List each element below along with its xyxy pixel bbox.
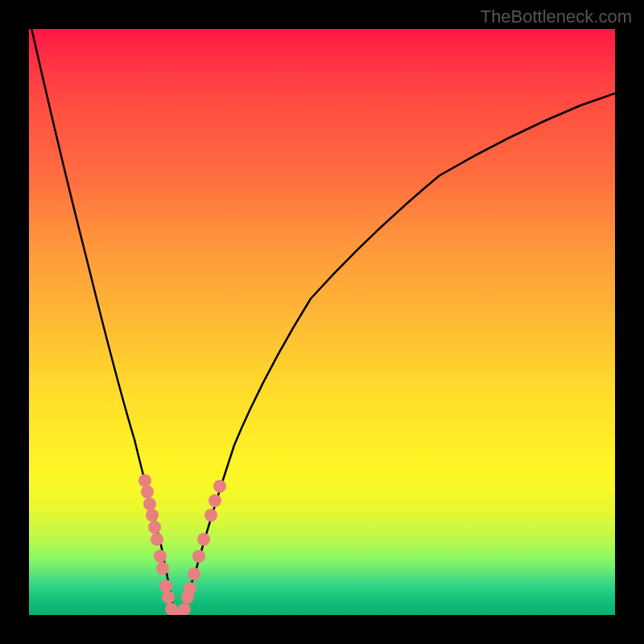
svg-point-0 xyxy=(138,474,151,487)
svg-point-2 xyxy=(143,497,156,510)
svg-point-5 xyxy=(151,533,163,546)
svg-point-18 xyxy=(197,533,210,546)
svg-point-13 xyxy=(178,603,191,615)
svg-point-7 xyxy=(156,562,169,575)
svg-point-9 xyxy=(162,591,175,604)
watermark-text: TheBottleneck.com xyxy=(481,6,632,27)
svg-point-19 xyxy=(204,509,217,522)
svg-point-4 xyxy=(148,521,161,534)
curve-right xyxy=(181,93,615,615)
svg-point-8 xyxy=(159,580,172,592)
data-dots xyxy=(138,474,226,615)
chart-svg xyxy=(29,29,615,615)
svg-point-6 xyxy=(154,550,167,563)
svg-point-1 xyxy=(141,485,154,498)
svg-point-17 xyxy=(192,550,205,563)
gradient-background xyxy=(29,29,615,615)
svg-point-20 xyxy=(208,494,221,507)
svg-point-21 xyxy=(213,480,226,493)
chart-container: TheBottleneck.com xyxy=(0,0,644,644)
svg-point-16 xyxy=(188,568,200,580)
svg-point-15 xyxy=(184,582,196,595)
svg-point-3 xyxy=(146,509,159,522)
